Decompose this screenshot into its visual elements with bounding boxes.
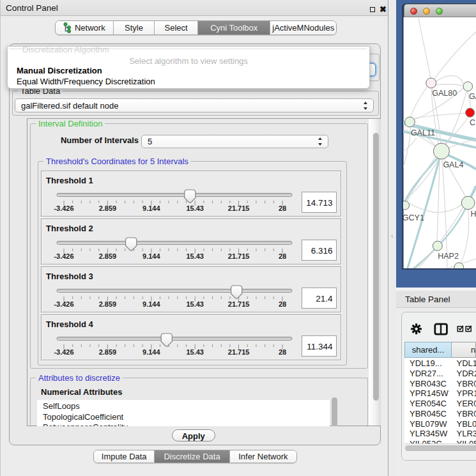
svg-text:21.715: 21.715 bbox=[228, 300, 250, 308]
svg-text:GAL80: GAL80 bbox=[432, 89, 457, 98]
svg-text:28: 28 bbox=[279, 348, 286, 356]
svg-text:2.859: 2.859 bbox=[99, 252, 117, 260]
svg-text:2.859: 2.859 bbox=[99, 204, 117, 212]
svg-text:2.859: 2.859 bbox=[99, 300, 117, 308]
svg-text:15.43: 15.43 bbox=[186, 348, 204, 356]
svg-text:21.715: 21.715 bbox=[228, 252, 250, 260]
svg-text:28: 28 bbox=[279, 252, 286, 260]
svg-text:-3.426: -3.426 bbox=[54, 252, 73, 260]
svg-text:2.859: 2.859 bbox=[99, 348, 117, 356]
svg-text:HAP2: HAP2 bbox=[438, 252, 459, 261]
svg-text:9.144: 9.144 bbox=[142, 348, 160, 356]
svg-text:9.144: 9.144 bbox=[142, 204, 160, 212]
svg-text:GCY1: GCY1 bbox=[403, 213, 424, 222]
svg-text:15.43: 15.43 bbox=[186, 300, 204, 308]
svg-text:21.715: 21.715 bbox=[228, 204, 250, 212]
svg-text:-3.426: -3.426 bbox=[54, 348, 73, 356]
svg-text:GA: GA bbox=[469, 92, 476, 101]
svg-text:21.715: 21.715 bbox=[228, 348, 250, 356]
svg-text:15.43: 15.43 bbox=[186, 204, 204, 212]
svg-text:9.144: 9.144 bbox=[142, 252, 160, 260]
svg-text:-3.426: -3.426 bbox=[54, 300, 73, 308]
svg-text:GAL11: GAL11 bbox=[411, 128, 435, 137]
svg-text:28: 28 bbox=[279, 204, 286, 212]
svg-text:GAL4: GAL4 bbox=[443, 160, 463, 169]
svg-text:C: C bbox=[470, 118, 475, 127]
svg-text:H: H bbox=[471, 210, 476, 219]
svg-text:9.144: 9.144 bbox=[142, 300, 160, 308]
svg-text:28: 28 bbox=[279, 300, 286, 308]
svg-text:15.43: 15.43 bbox=[186, 252, 204, 260]
svg-text:-3.426: -3.426 bbox=[54, 204, 73, 212]
